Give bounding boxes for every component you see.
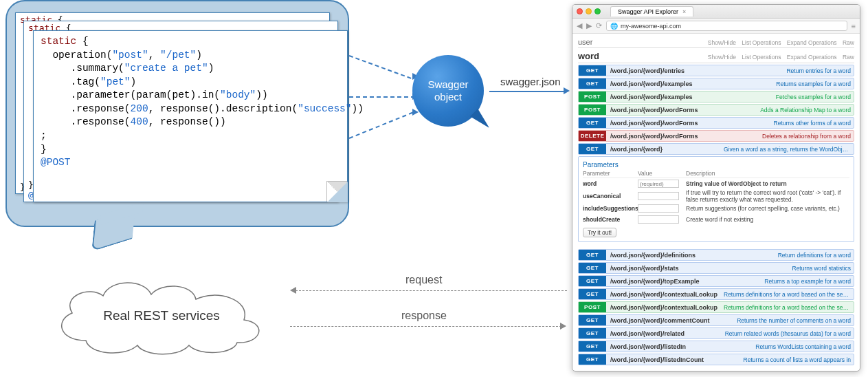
operation-row[interactable]: GET/word.json/{word}/topExampleReturns a… xyxy=(578,275,854,287)
cloud-rest-services: Real REST services xyxy=(48,275,275,358)
param-name: word xyxy=(583,180,638,187)
operation-row[interactable]: DELETE/word.json/{word}/wordFormsDeletes… xyxy=(578,130,854,142)
method-badge: GET xyxy=(579,250,606,260)
operation-desc: Deletes a relationship from a word xyxy=(762,133,851,140)
operation-desc: Returns a top example for a word xyxy=(764,278,851,285)
section-title[interactable]: word xyxy=(578,51,599,61)
operation-path: /word.json/{word}/contextualLookup xyxy=(610,304,717,311)
parameter-row: useCanonicalIf true will try to return t… xyxy=(583,189,849,203)
operation-row[interactable]: POST/word.json/{word}/contextualLookupRe… xyxy=(578,301,854,313)
parameters-header: Parameter Value Description xyxy=(583,170,849,178)
globe-icon: 🌐 xyxy=(610,23,618,30)
operation-row[interactable]: POST/word.json/{word}/wordFormsAdds a Re… xyxy=(578,104,854,116)
operation-row[interactable]: GET/word.json/{word}/definitionsReturn d… xyxy=(578,249,854,261)
solid-arrow xyxy=(489,91,565,92)
dog-ear-icon xyxy=(326,181,347,202)
try-it-out-button[interactable]: Try it out! xyxy=(583,228,616,237)
arrowhead-icon xyxy=(560,323,566,330)
operation-row[interactable]: GET/word.json/{word}/wordFormsReturns ot… xyxy=(578,117,854,129)
param-input[interactable] xyxy=(638,192,679,200)
arrowhead-icon xyxy=(564,87,570,94)
operation-row[interactable]: GET/word.json/{word}/commentCountReturns… xyxy=(578,314,854,326)
operation-row[interactable]: GET/word.json/{word}/contextualLookupRet… xyxy=(578,288,854,300)
link-expand[interactable]: Expand Operations xyxy=(787,54,837,61)
dashed-arrow xyxy=(349,55,412,79)
code-bubble: static { } static { }@ static { operatio… xyxy=(5,0,349,227)
method-badge: GET xyxy=(579,328,606,338)
operation-path: /word.json/{word}/examples xyxy=(610,94,693,100)
operation-desc: Adds a Relationship Map to a word xyxy=(760,107,851,114)
param-name: shouldCreate xyxy=(583,216,638,223)
operation-row[interactable]: GET/word.json/{word}/statsReturns word s… xyxy=(578,262,854,274)
operation-desc: Given a word as a string, returns the Wo… xyxy=(724,146,851,153)
dashed-arrow xyxy=(349,96,415,98)
parameters-title: Parameters xyxy=(583,161,849,169)
operation-row[interactable]: GET/word.json/{word}/examplesReturns exa… xyxy=(578,78,854,89)
method-badge: GET xyxy=(579,276,606,286)
back-icon[interactable]: ◀ xyxy=(577,21,582,30)
swagger-ui-body: user Show/Hide List Operations Expand Op… xyxy=(572,34,860,371)
operation-path: /word.json/{word}/commentCount xyxy=(610,317,710,324)
link-showhide[interactable]: Show/Hide xyxy=(708,54,736,61)
param-input[interactable] xyxy=(638,180,679,188)
method-badge: GET xyxy=(579,65,606,76)
link-list[interactable]: List Operations xyxy=(742,54,781,61)
link-expand[interactable]: Expand Operations xyxy=(787,39,837,46)
operation-row[interactable]: POST/word.json/{word}/examplesFetches ex… xyxy=(578,91,854,103)
browser-window: Swagger API Explorer × ◀ ▶ ⟳ 🌐 my-awesom… xyxy=(572,4,860,371)
method-badge: GET xyxy=(579,341,606,352)
operation-row[interactable]: GET/word.json/{word}/listedInReturns Wor… xyxy=(578,341,854,352)
swagger-label2: object xyxy=(434,91,462,103)
section-title[interactable]: user xyxy=(578,38,592,46)
operation-row[interactable]: GET/word.json/{word}/listedInCountReturn… xyxy=(578,354,854,365)
operation-row[interactable]: GET/word.json/{word}/entriesReturn entri… xyxy=(578,65,854,76)
zoom-icon[interactable] xyxy=(594,8,601,14)
operation-path: /word.json/{word}/listedInCount xyxy=(610,356,704,363)
link-raw[interactable]: Raw xyxy=(843,39,854,46)
response-label: response xyxy=(401,310,447,322)
dashed-arrow-grey xyxy=(290,326,561,327)
link-raw[interactable]: Raw xyxy=(843,54,854,61)
link-showhide[interactable]: Show/Hide xyxy=(708,39,736,46)
url-field[interactable]: 🌐 my-awesome-api.com xyxy=(606,21,847,31)
param-input[interactable] xyxy=(638,204,679,213)
operation-desc: Returns a count of lists a word appears … xyxy=(744,356,851,363)
operation-path: /word.json/{word}/wordForms xyxy=(610,133,698,140)
section-head-word: word Show/Hide List Operations Expand Op… xyxy=(578,50,854,63)
method-badge: GET xyxy=(579,78,606,89)
operation-path: /word.json/{word}/wordForms xyxy=(610,107,698,114)
method-badge: GET xyxy=(579,263,606,273)
method-badge: GET xyxy=(579,289,606,299)
param-desc: If true will try to return the correct w… xyxy=(686,189,849,203)
operation-desc: Returns definitions for a word based on … xyxy=(724,291,851,298)
link-list[interactable]: List Operations xyxy=(742,39,781,46)
reload-icon[interactable]: ⟳ xyxy=(596,21,602,30)
forward-icon[interactable]: ▶ xyxy=(586,21,592,30)
swagger-json-label: swagger.json xyxy=(500,76,561,87)
operation-expanded: Parameters Parameter Value Description w… xyxy=(578,156,854,242)
method-badge: POST xyxy=(579,91,606,102)
close-icon[interactable] xyxy=(577,8,583,14)
method-badge: GET xyxy=(579,118,606,128)
method-badge: POST xyxy=(579,105,606,115)
operation-row[interactable]: GET/word.json/{word}/relatedReturn relat… xyxy=(578,327,854,339)
dashed-arrow-grey xyxy=(296,290,567,291)
url-text: my-awesome-api.com xyxy=(621,23,681,30)
tab-close-icon[interactable]: × xyxy=(682,8,686,15)
browser-urlbar: ◀ ▶ ⟳ 🌐 my-awesome-api.com ≡ xyxy=(572,19,860,34)
operation-desc: Fetches examples for a word xyxy=(776,94,851,100)
operation-desc: Returns word statistics xyxy=(792,265,852,272)
section-links: Show/Hide List Operations Expand Operati… xyxy=(704,39,854,46)
operation-path: /word.json/{word}/related xyxy=(610,330,685,337)
param-input[interactable] xyxy=(638,215,679,224)
operation-row[interactable]: GET /word.json/{word} Given a word as a … xyxy=(578,143,854,155)
browser-titlebar: Swagger API Explorer × xyxy=(572,5,860,19)
operation-desc: Returns the number of comments on a word xyxy=(737,317,851,324)
menu-icon[interactable]: ≡ xyxy=(852,22,856,30)
browser-tab[interactable]: Swagger API Explorer × xyxy=(610,6,693,17)
operation-desc: Returns WordLists containing a word xyxy=(755,343,851,350)
minimize-icon[interactable] xyxy=(586,8,592,14)
dashed-arrow xyxy=(349,112,413,139)
operation-desc: Return definitions for a word xyxy=(778,252,851,259)
param-name: useCanonical xyxy=(583,193,638,200)
